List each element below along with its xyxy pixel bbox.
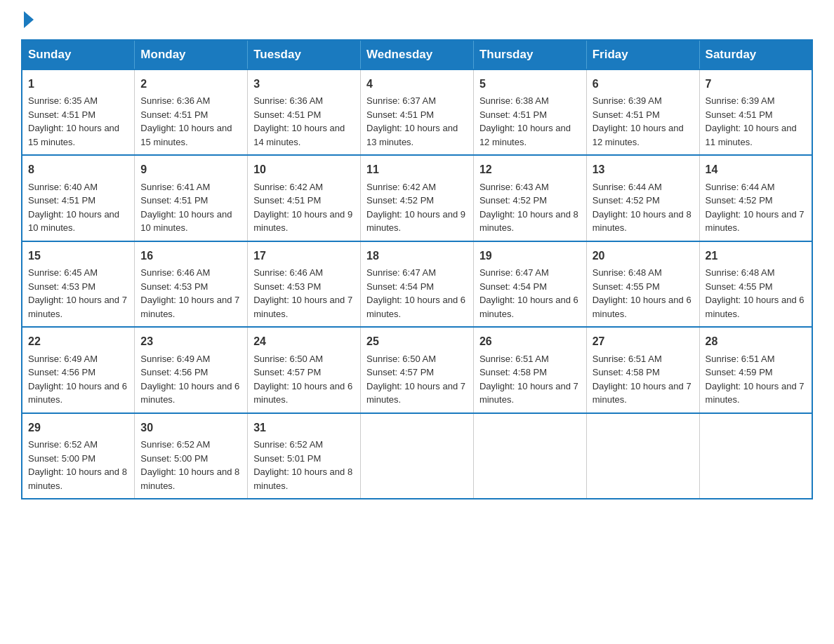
- calendar-table: SundayMondayTuesdayWednesdayThursdayFrid…: [21, 39, 813, 499]
- calendar-day-cell: 16 Sunrise: 6:46 AMSunset: 4:53 PMDaylig…: [135, 241, 248, 327]
- calendar-day-cell: 29 Sunrise: 6:52 AMSunset: 5:00 PMDaylig…: [22, 413, 135, 499]
- calendar-day-cell: 25 Sunrise: 6:50 AMSunset: 4:57 PMDaylig…: [361, 327, 474, 412]
- calendar-day-cell: 11 Sunrise: 6:42 AMSunset: 4:52 PMDaylig…: [361, 155, 474, 241]
- day-info: Sunrise: 6:50 AMSunset: 4:57 PMDaylight:…: [366, 354, 465, 405]
- day-info: Sunrise: 6:47 AMSunset: 4:54 PMDaylight:…: [479, 267, 578, 319]
- weekday-header-row: SundayMondayTuesdayWednesdayThursdayFrid…: [22, 40, 812, 69]
- calendar-day-cell: 3 Sunrise: 6:36 AMSunset: 4:51 PMDayligh…: [248, 69, 361, 155]
- day-info: Sunrise: 6:52 AMSunset: 5:00 PMDaylight:…: [28, 439, 127, 491]
- day-number: 22: [28, 333, 128, 349]
- day-info: Sunrise: 6:45 AMSunset: 4:53 PMDaylight:…: [28, 267, 127, 319]
- logo-arrow-icon: [24, 11, 34, 28]
- calendar-day-cell: 17 Sunrise: 6:46 AMSunset: 4:53 PMDaylig…: [248, 241, 361, 327]
- calendar-day-cell: 20 Sunrise: 6:48 AMSunset: 4:55 PMDaylig…: [586, 241, 699, 327]
- day-info: Sunrise: 6:49 AMSunset: 4:56 PMDaylight:…: [28, 354, 127, 405]
- day-info: Sunrise: 6:40 AMSunset: 4:51 PMDaylight:…: [28, 182, 119, 234]
- day-number: 8: [28, 161, 128, 177]
- day-info: Sunrise: 6:51 AMSunset: 4:59 PMDaylight:…: [706, 354, 805, 405]
- day-number: 17: [253, 248, 355, 264]
- calendar-day-cell: [699, 413, 812, 499]
- calendar-header: SundayMondayTuesdayWednesdayThursdayFrid…: [22, 40, 812, 69]
- day-number: 5: [479, 76, 581, 92]
- day-number: 26: [479, 333, 581, 349]
- weekday-header-monday: Monday: [135, 40, 248, 69]
- day-info: Sunrise: 6:44 AMSunset: 4:52 PMDaylight:…: [706, 182, 805, 234]
- day-info: Sunrise: 6:50 AMSunset: 4:57 PMDaylight:…: [253, 354, 352, 405]
- day-info: Sunrise: 6:38 AMSunset: 4:51 PMDaylight:…: [479, 95, 571, 147]
- day-number: 28: [706, 333, 806, 349]
- day-info: Sunrise: 6:37 AMSunset: 4:51 PMDaylight:…: [366, 95, 458, 147]
- page-header: [21, 14, 813, 28]
- day-number: 25: [366, 333, 468, 349]
- calendar-body: 1 Sunrise: 6:35 AMSunset: 4:51 PMDayligh…: [22, 69, 812, 499]
- day-info: Sunrise: 6:36 AMSunset: 4:51 PMDaylight:…: [140, 95, 232, 147]
- day-info: Sunrise: 6:36 AMSunset: 4:51 PMDaylight:…: [253, 95, 345, 147]
- day-number: 11: [366, 161, 468, 177]
- day-number: 2: [140, 76, 241, 92]
- day-info: Sunrise: 6:35 AMSunset: 4:51 PMDaylight:…: [28, 95, 119, 147]
- day-info: Sunrise: 6:48 AMSunset: 4:55 PMDaylight:…: [593, 267, 691, 319]
- calendar-day-cell: 24 Sunrise: 6:50 AMSunset: 4:57 PMDaylig…: [248, 327, 361, 412]
- calendar-day-cell: 30 Sunrise: 6:52 AMSunset: 5:00 PMDaylig…: [135, 413, 248, 499]
- day-number: 21: [706, 248, 806, 264]
- calendar-day-cell: 19 Sunrise: 6:47 AMSunset: 4:54 PMDaylig…: [473, 241, 586, 327]
- calendar-day-cell: 28 Sunrise: 6:51 AMSunset: 4:59 PMDaylig…: [699, 327, 812, 412]
- calendar-day-cell: 31 Sunrise: 6:52 AMSunset: 5:01 PMDaylig…: [248, 413, 361, 499]
- day-number: 6: [593, 76, 694, 92]
- day-number: 1: [28, 76, 128, 92]
- day-number: 14: [706, 161, 806, 177]
- day-number: 4: [366, 76, 468, 92]
- day-number: 19: [479, 248, 581, 264]
- calendar-day-cell: 2 Sunrise: 6:36 AMSunset: 4:51 PMDayligh…: [135, 69, 248, 155]
- day-info: Sunrise: 6:51 AMSunset: 4:58 PMDaylight:…: [593, 354, 691, 405]
- day-number: 3: [253, 76, 355, 92]
- day-info: Sunrise: 6:39 AMSunset: 4:51 PMDaylight:…: [706, 95, 797, 147]
- calendar-day-cell: 7 Sunrise: 6:39 AMSunset: 4:51 PMDayligh…: [699, 69, 812, 155]
- day-info: Sunrise: 6:52 AMSunset: 5:00 PMDaylight:…: [140, 439, 239, 491]
- day-info: Sunrise: 6:42 AMSunset: 4:51 PMDaylight:…: [253, 182, 352, 234]
- day-info: Sunrise: 6:46 AMSunset: 4:53 PMDaylight:…: [253, 267, 352, 319]
- calendar-day-cell: 14 Sunrise: 6:44 AMSunset: 4:52 PMDaylig…: [699, 155, 812, 241]
- day-number: 16: [140, 248, 241, 264]
- day-info: Sunrise: 6:47 AMSunset: 4:54 PMDaylight:…: [366, 267, 465, 319]
- calendar-day-cell: 21 Sunrise: 6:48 AMSunset: 4:55 PMDaylig…: [699, 241, 812, 327]
- day-info: Sunrise: 6:44 AMSunset: 4:52 PMDaylight:…: [593, 182, 691, 234]
- calendar-day-cell: 12 Sunrise: 6:43 AMSunset: 4:52 PMDaylig…: [473, 155, 586, 241]
- weekday-header-saturday: Saturday: [699, 40, 812, 69]
- day-number: 23: [140, 333, 241, 349]
- day-number: 18: [366, 248, 468, 264]
- calendar-day-cell: 23 Sunrise: 6:49 AMSunset: 4:56 PMDaylig…: [135, 327, 248, 412]
- calendar-week-5: 29 Sunrise: 6:52 AMSunset: 5:00 PMDaylig…: [22, 413, 812, 499]
- calendar-day-cell: 18 Sunrise: 6:47 AMSunset: 4:54 PMDaylig…: [361, 241, 474, 327]
- day-number: 9: [140, 161, 241, 177]
- day-info: Sunrise: 6:46 AMSunset: 4:53 PMDaylight:…: [140, 267, 239, 319]
- calendar-day-cell: [361, 413, 474, 499]
- calendar-day-cell: 1 Sunrise: 6:35 AMSunset: 4:51 PMDayligh…: [22, 69, 135, 155]
- day-number: 7: [706, 76, 806, 92]
- day-info: Sunrise: 6:39 AMSunset: 4:51 PMDaylight:…: [593, 95, 684, 147]
- calendar-week-2: 8 Sunrise: 6:40 AMSunset: 4:51 PMDayligh…: [22, 155, 812, 241]
- day-info: Sunrise: 6:43 AMSunset: 4:52 PMDaylight:…: [479, 182, 578, 234]
- calendar-day-cell: 10 Sunrise: 6:42 AMSunset: 4:51 PMDaylig…: [248, 155, 361, 241]
- day-number: 12: [479, 161, 581, 177]
- calendar-week-4: 22 Sunrise: 6:49 AMSunset: 4:56 PMDaylig…: [22, 327, 812, 412]
- weekday-header-sunday: Sunday: [22, 40, 135, 69]
- day-info: Sunrise: 6:42 AMSunset: 4:52 PMDaylight:…: [366, 182, 465, 234]
- calendar-day-cell: 4 Sunrise: 6:37 AMSunset: 4:51 PMDayligh…: [361, 69, 474, 155]
- day-number: 30: [140, 420, 241, 436]
- weekday-header-friday: Friday: [586, 40, 699, 69]
- weekday-header-thursday: Thursday: [473, 40, 586, 69]
- day-number: 24: [253, 333, 355, 349]
- calendar-day-cell: 27 Sunrise: 6:51 AMSunset: 4:58 PMDaylig…: [586, 327, 699, 412]
- calendar-day-cell: 9 Sunrise: 6:41 AMSunset: 4:51 PMDayligh…: [135, 155, 248, 241]
- day-number: 31: [253, 420, 355, 436]
- weekday-header-tuesday: Tuesday: [248, 40, 361, 69]
- calendar-day-cell: 26 Sunrise: 6:51 AMSunset: 4:58 PMDaylig…: [473, 327, 586, 412]
- day-number: 13: [593, 161, 694, 177]
- day-number: 29: [28, 420, 128, 436]
- weekday-header-wednesday: Wednesday: [361, 40, 474, 69]
- calendar-day-cell: 22 Sunrise: 6:49 AMSunset: 4:56 PMDaylig…: [22, 327, 135, 412]
- logo: [21, 14, 34, 28]
- day-info: Sunrise: 6:49 AMSunset: 4:56 PMDaylight:…: [140, 354, 239, 405]
- calendar-day-cell: 5 Sunrise: 6:38 AMSunset: 4:51 PMDayligh…: [473, 69, 586, 155]
